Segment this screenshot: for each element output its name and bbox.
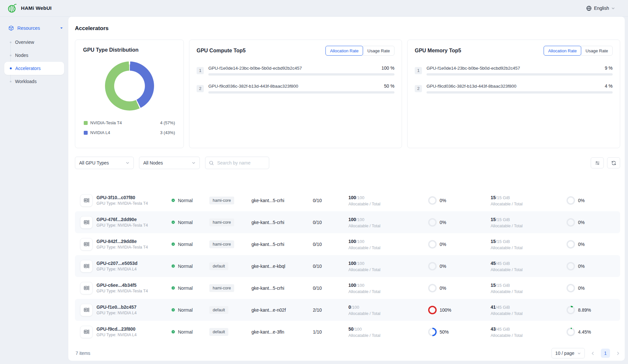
table-row: GPU-c6ee...4b34f5 GPU Type: NVIDIA-Tesla… xyxy=(75,277,620,299)
search-input[interactable] xyxy=(217,160,265,166)
gpu-type-select[interactable]: All GPU Types xyxy=(75,157,134,169)
tree-dot-icon xyxy=(10,42,11,43)
card-title: GPU Type Distribution xyxy=(83,47,176,53)
top5-item: 1 GPU-f1e0de14-23bc-b0be-5b0d-ecbd92b2c4… xyxy=(415,65,613,76)
sidebar-group-resources[interactable]: Resources xyxy=(0,21,68,35)
gpu-uuid-link[interactable]: GPU-f1e0...b2c457 xyxy=(96,304,137,310)
gpu-type-label: GPU Type: NVIDIA L4 xyxy=(96,267,137,271)
chevron-down-icon xyxy=(192,161,196,165)
status-label: Normal xyxy=(178,242,193,247)
sidebar-item-accelerators[interactable]: Accelerators xyxy=(4,62,64,75)
allocatable-total-label: Allocatable / Total xyxy=(348,289,428,294)
table-row: GPU-c207...e5053d GPU Type: NVIDIA L4 No… xyxy=(75,255,620,277)
globe-icon xyxy=(586,6,592,11)
rank-badge: 2 xyxy=(197,85,204,92)
legend-item: NVIDIA-Tesla T4 4 (57%) xyxy=(84,120,175,125)
cube-icon xyxy=(8,25,14,31)
memory-allocation: 0% xyxy=(567,240,619,249)
usage-rate-tab[interactable]: Usage Rate xyxy=(581,46,613,56)
sidebar-item-label: Accelerators xyxy=(15,66,41,71)
memory-allocation-ring xyxy=(567,262,575,270)
gpu-uuid-link[interactable]: GPU-3f10...c07f80 xyxy=(96,195,148,200)
table-row: GPU-842f...29dd8e GPU Type: NVIDIA-Tesla… xyxy=(75,233,620,255)
language-label: English xyxy=(594,6,609,11)
memory-total: /45 GiB xyxy=(496,327,510,332)
node-select[interactable]: All Nodes xyxy=(139,157,200,169)
page-number-button[interactable]: 1 xyxy=(601,349,610,358)
column-settings-button[interactable] xyxy=(591,157,604,168)
vgpu-count: 0/10 xyxy=(313,286,349,291)
mode-badge: hami-core xyxy=(209,197,234,204)
mode-badge: hami-core xyxy=(209,240,234,248)
allocatable-total-label: Allocatable / Total xyxy=(491,202,567,206)
sidebar-item-nodes[interactable]: Nodes xyxy=(4,49,64,62)
allocatable-total-label: Allocatable / Total xyxy=(491,246,567,250)
vgpu-count: 0/10 xyxy=(313,220,349,225)
gpu-card-icon xyxy=(80,282,93,294)
allocatable-total-label: Allocatable / Total xyxy=(348,333,428,338)
compute-allocation-ring xyxy=(428,306,437,314)
prev-page-button[interactable] xyxy=(591,351,595,355)
compute-allocation-value: 0% xyxy=(440,242,446,247)
gpu-name: GPU-f9cd036c-382f-b13d-443f-8baac323f800 xyxy=(427,84,516,89)
usage-rate-tab[interactable]: Usage Rate xyxy=(363,46,394,56)
gpu-uuid-link[interactable]: GPU-c207...e5053d xyxy=(96,261,137,266)
sidebar-item-workloads[interactable]: Workloads xyxy=(4,75,64,88)
progress-bar xyxy=(427,91,613,94)
gpu-uuid-link[interactable]: GPU-f9cd...23f800 xyxy=(96,326,137,332)
gpu-uuid-link[interactable]: GPU-842f...29dd8e xyxy=(96,239,148,244)
memory-allocation: 0% xyxy=(567,284,619,292)
memory-remaining-total: 15/15 GiB Allocatable / Total xyxy=(491,282,567,294)
compute-remaining-total: 0/100 Allocatable / Total xyxy=(348,304,428,316)
compute-allocation: 100% xyxy=(428,306,491,314)
memory-total: /45 GiB xyxy=(496,305,510,310)
compute-remaining-total: 100/100 Allocatable / Total xyxy=(348,238,428,250)
gpu-uuid-link[interactable]: GPU-c6ee...4b34f5 xyxy=(96,283,148,288)
compute-total: /100 xyxy=(356,239,364,244)
compute-total: /100 xyxy=(351,305,359,310)
memory-allocation-value: 4.45% xyxy=(578,329,591,335)
vgpu-count: 0/10 xyxy=(313,198,349,203)
mode-badge: default xyxy=(209,306,228,314)
caret-down-icon xyxy=(60,26,63,30)
refresh-button[interactable] xyxy=(607,157,620,168)
allocatable-total-label: Allocatable / Total xyxy=(348,268,428,272)
hami-logo-icon xyxy=(7,3,17,13)
allocation-rate-tab[interactable]: Allocation Rate xyxy=(544,46,581,56)
compute-remaining: 100 xyxy=(348,239,356,244)
next-page-button[interactable] xyxy=(616,351,620,355)
gpu-name: GPU-f9cd036c-382f-b13d-443f-8baac323f800 xyxy=(208,84,298,89)
allocation-rate-tab[interactable]: Allocation Rate xyxy=(325,46,363,56)
memory-total: /15 GiB xyxy=(496,195,510,200)
status-ok-icon xyxy=(172,199,175,202)
memory-total: /45 GiB xyxy=(496,261,510,266)
chevron-down-icon xyxy=(126,161,130,165)
compute-allocation-ring xyxy=(428,218,437,227)
gpu-card-icon xyxy=(80,326,93,338)
allocatable-total-label: Allocatable / Total xyxy=(491,268,567,272)
compute-remaining: 0 xyxy=(348,304,351,310)
memory-allocation-value: 0% xyxy=(578,242,584,247)
page-size-select[interactable]: 10 / page xyxy=(551,348,585,358)
language-selector[interactable]: English xyxy=(586,6,615,11)
compute-remaining-total: 100/100 Allocatable / Total xyxy=(348,217,428,228)
memory-allocation-ring xyxy=(567,328,575,336)
page-title: Accelerators xyxy=(75,25,620,32)
memory-allocation-ring xyxy=(567,306,575,314)
brand: HAMi WebUI xyxy=(7,3,52,13)
hosting-node: gke-kant...5-crhi xyxy=(252,286,313,291)
mode-badge: default xyxy=(209,328,228,336)
progress-bar xyxy=(208,73,394,76)
compute-remaining: 50 xyxy=(348,326,354,332)
status-label: Normal xyxy=(178,286,193,291)
sidebar-tree: Overview Nodes Accelerators Workloads xyxy=(0,36,68,88)
gpu-uuid-link[interactable]: GPU-476f...2dd90e xyxy=(96,217,148,222)
hosting-node: gke-kant...e-kbql xyxy=(252,264,313,269)
memory-remaining-total: 43/45 GiB Allocatable / Total xyxy=(491,326,567,338)
rate-value: 4 % xyxy=(605,83,613,89)
gpu-card-icon xyxy=(80,194,93,207)
rate-value: 50 % xyxy=(384,83,394,89)
sidebar-item-overview[interactable]: Overview xyxy=(4,36,64,49)
memory-rate-toggle: Allocation Rate Usage Rate xyxy=(544,46,613,56)
gpu-name: GPU-f1e0de14-23bc-b0be-5b0d-ecbd92b2c457 xyxy=(208,66,302,71)
